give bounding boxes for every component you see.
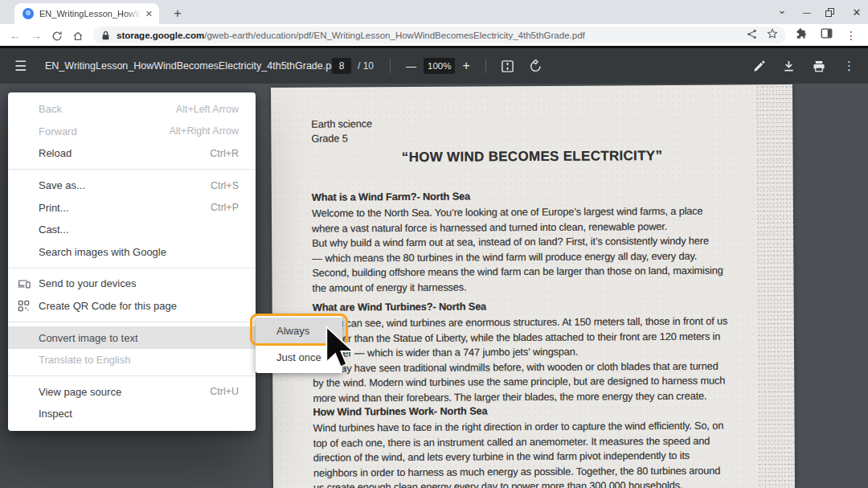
tab-favicon-icon [23,8,34,19]
doc-section-body: As you can see, wind turbines are enormo… [313,314,728,407]
rotate-button[interactable] [529,59,542,73]
back-button[interactable]: ← [5,29,26,42]
zoom-out-button[interactable]: — [399,60,424,72]
menu-separator [8,268,256,269]
menu-item-save-as[interactable]: Save as...Ctrl+S [8,174,256,197]
window-restore-button[interactable] [825,8,838,16]
toolbar-right-icons: ⋮ [796,27,857,43]
home-button[interactable] [68,28,88,41]
doc-section-body: Welcome to the North Sea. You’re looking… [312,204,723,297]
pdf-menu-hamburger-icon[interactable]: ☰ [14,58,32,75]
browser-window: EN_WritingLesson_HowWindBec ✕ + ⌄ — ✕ ← … [0,0,868,488]
tab-title: EN_WritingLesson_HowWindBec [39,9,141,18]
toolbar-separator [485,59,486,73]
menu-separator [8,322,256,322]
context-menu: BackAlt+Left Arrow ForwardAlt+Right Arro… [8,92,256,431]
menu-item-forward[interactable]: ForwardAlt+Right Arrow [8,121,256,143]
window-minimize-button[interactable]: — [800,8,813,17]
url-domain: storage.google.com [117,31,204,40]
pdf-toolbar-actions: ⋮ [753,59,855,73]
browser-tab[interactable]: EN_WritingLesson_HowWindBec ✕ [14,3,159,24]
page-total-label: / 10 [358,60,374,72]
menu-separator [8,169,256,170]
side-panel-icon[interactable] [821,27,833,43]
menu-item-view-page-source[interactable]: View page sourceCtrl+U [8,381,256,404]
doc-section-heading: What is a Wind Farm?- North Sea [312,190,470,203]
qr-code-icon [18,300,31,312]
zoom-level-input[interactable]: 100% [424,58,455,74]
browser-menu-kebab-icon[interactable]: ⋮ [845,29,857,42]
pdf-toolbar: ☰ EN_WritingLesson_HowWindBecomesElectri… [0,48,868,84]
window-controls: ⌄ — ✕ [776,0,863,24]
window-close-button[interactable]: ✕ [850,6,863,18]
print-icon[interactable] [813,60,825,72]
menu-item-convert-image-to-text[interactable]: Convert image to text [8,326,256,349]
lock-icon[interactable] [101,31,110,40]
doc-section-body: Wind turbines have to face in the right … [313,419,724,488]
submenu-item-just-once[interactable]: Just once [256,344,342,371]
menu-item-translate[interactable]: Translate to English [8,349,256,371]
pdf-content-area: Earth science Grade 5 “HOW WIND BECOMES … [0,84,868,488]
pdf-page: Earth science Grade 5 “HOW WIND BECOMES … [271,84,795,488]
doc-title: “HOW WIND BECOMES ELECTRICITY” [271,147,792,166]
menu-separator [8,375,256,376]
page-number-input[interactable]: 8 [332,58,351,74]
pdf-page-zoom-controls: 8 / 10 — 100% + [332,58,542,74]
zoom-in-button[interactable]: + [455,59,477,73]
bookmark-star-icon[interactable] [767,28,778,43]
url-path: /gweb-earth/education/pdf/EN_WritingLess… [204,31,584,40]
menu-item-cast[interactable]: Cast... [8,219,256,241]
download-icon[interactable] [783,60,795,72]
menu-item-inspect[interactable]: Inspect [8,403,256,425]
convert-submenu: Always Just once [256,315,342,373]
tab-close-icon[interactable]: ✕ [145,9,153,19]
doc-meta-line: Grade 5 [311,132,347,144]
menu-item-back[interactable]: BackAlt+Left Arrow [8,98,256,121]
annotate-pencil-icon[interactable] [753,60,765,72]
tab-strip: EN_WritingLesson_HowWindBec ✕ + ⌄ — ✕ [0,0,868,24]
address-toolbar: ← → storage.google.com/gweb-earth/educat… [0,24,868,46]
doc-section-heading: How Wind Turbines Work- North Sea [313,404,487,417]
address-bar[interactable]: storage.google.com/gweb-earth/education/… [93,27,786,43]
menu-item-create-qr-code[interactable]: Create QR Code for this page [8,295,256,318]
fit-to-page-button[interactable] [501,59,514,73]
submenu-item-always[interactable]: Always [256,318,342,344]
toolbar-separator [390,59,391,73]
menu-item-print[interactable]: Print...Ctrl+P [8,196,256,219]
pdf-document-title: EN_WritingLesson_HowWindBecomesElectrici… [45,60,340,72]
devices-icon [18,278,31,289]
window-chevron-down-icon[interactable]: ⌄ [776,4,788,16]
url-text: storage.google.com/gweb-earth/education/… [117,31,737,40]
menu-item-reload[interactable]: ReloadCtrl+R [8,142,256,165]
forward-button[interactable]: → [26,29,47,42]
menu-item-search-images[interactable]: Search images with Google [8,241,256,264]
doc-section-heading: What are Wind Turbines?- North Sea [313,300,486,313]
extensions-icon[interactable] [796,27,808,43]
reload-button[interactable] [47,28,68,41]
doc-meta-line: Earth science [311,117,372,129]
share-icon[interactable] [747,28,757,43]
new-tab-button[interactable]: + [169,5,186,23]
pdf-more-kebab-icon[interactable]: ⋮ [843,59,855,73]
menu-item-send-to-devices[interactable]: Send to your devices [8,273,256,295]
